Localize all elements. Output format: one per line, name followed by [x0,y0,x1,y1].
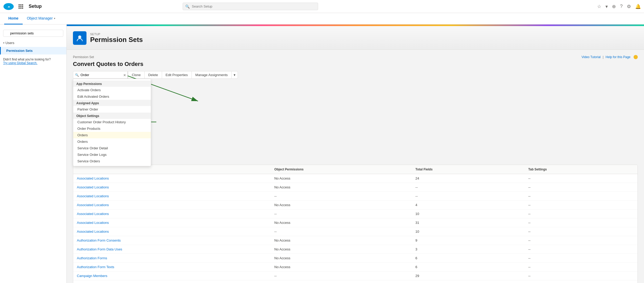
row-name-link[interactable]: Associated Locations [77,212,109,216]
global-search-link[interactable]: Try using Global Search. [3,61,38,65]
row-name-link[interactable]: Associated Locations [77,185,109,189]
page-icon [73,31,86,45]
sidebar-section-users[interactable]: ▾ Users [0,39,66,47]
row-tab-settings-cell: -- [525,174,637,183]
breadcrumb-row: Permission Set Video Tutorial | Help for… [73,55,638,59]
row-name-link[interactable]: Associated Locations [77,203,109,207]
row-obj-perm-cell: -- [271,192,412,201]
row-obj-perm-cell: No Access [271,183,412,192]
clone-button[interactable]: Clone [128,71,145,79]
row-obj-perm-cell: -- [271,272,412,280]
row-name-link[interactable]: Authorization Form Consents [77,238,121,242]
row-tab-settings-cell: -- [525,192,637,201]
table-row: Associated Locations No Access 4 -- [73,201,637,210]
dropdown-item-service-orders[interactable]: Service Orders [73,158,151,164]
row-total-fields-cell: 10 [412,227,525,236]
row-name-cell: Associated Locations [73,227,271,236]
dropdown-item-orders[interactable]: Orders [73,138,151,145]
sidebar-search-container: 🔍 [0,28,66,39]
dropdown-item-customer-order-history[interactable]: Customer Order Product History [73,119,151,125]
sidebar-search-input[interactable] [3,30,63,37]
row-obj-perm-cell: No Access [271,254,412,263]
global-search-input[interactable] [183,3,318,10]
svg-rect-5 [18,6,20,7]
row-name-link[interactable]: Associated Locations [77,176,109,180]
row-total-fields-cell: -- [412,183,525,192]
sidebar: 🔍 ▾ Users Permission Sets Didn't find wh… [0,24,67,283]
svg-rect-6 [20,6,22,7]
notifications-icon[interactable]: 🔔 [635,4,641,9]
favorites-icon[interactable]: ☆ [597,4,601,9]
table-row: Associated Locations No Access 31 -- [73,218,637,227]
row-name-cell: Associated Locations [73,218,271,227]
top-navigation: ☁ Setup 🔍 ☆ ▾ ⊕ ? ⚙ 🔔 [0,0,644,13]
row-name-cell: Campaign Members [73,272,271,280]
row-name-link[interactable]: Authorization Forms [77,256,107,260]
help-indicator [634,55,638,59]
global-search-icon: 🔍 [185,4,190,9]
table-row: Campaigns No Access 37 -- [73,280,637,283]
video-tutorial-link[interactable]: Video Tutorial [581,55,600,59]
delete-button[interactable]: Delete [145,71,162,79]
row-total-fields-cell: 37 [412,280,525,283]
app-launcher-button[interactable] [17,3,24,10]
table-row: Associated Locations No Access 24 -- [73,174,637,183]
dropdown-item-partner-order[interactable]: Partner Order [73,106,151,113]
svg-rect-8 [18,8,20,9]
row-obj-perm-cell: No Access [271,218,412,227]
toolbar-search-clear-icon[interactable]: ✕ [123,73,126,77]
row-name-link[interactable]: Associated Locations [77,194,109,198]
help-icon[interactable]: ? [620,4,623,9]
dropdown-section-object-settings: Object Settings [73,113,151,119]
col-header-obj-perm: Object Permissions [271,165,412,174]
row-name-cell: Associated Locations [73,183,271,192]
toolbar-search-icon: 🔍 [75,73,79,77]
dropdown-item-service-order-logs[interactable]: Service Order Logs [73,151,151,158]
dropdown-item-service-order-detail[interactable]: Service Order Detail [73,145,151,151]
dropdown-item-edit-activated-orders[interactable]: Edit Activated Orders [73,93,151,100]
help-page-link[interactable]: Help for this Page [606,55,630,59]
svg-text:☁: ☁ [8,5,10,8]
favorites-dropdown-icon[interactable]: ▾ [605,4,608,9]
row-name-link[interactable]: Authorization Form Texts [77,265,114,269]
sidebar-item-permission-sets[interactable]: Permission Sets [0,47,66,54]
row-name-link[interactable]: Campaign Members [77,274,107,278]
row-name-link[interactable]: Associated Locations [77,230,109,233]
home-tab[interactable]: Home [4,13,23,24]
row-name-link[interactable]: Authorization Form Data Uses [77,247,122,251]
row-name-cell: Authorization Form Texts [73,263,271,272]
dropdown-item-orders-highlighted[interactable]: Orders [73,132,151,138]
row-obj-perm-cell: No Access [271,263,412,272]
table-row: Associated Locations -- 10 -- [73,210,637,218]
content-area: Permission Set Video Tutorial | Help for… [67,50,644,283]
toolbar-search-input[interactable] [73,71,128,79]
table-row: Authorization Form Data Uses No Access 3… [73,245,637,254]
dropdown-item-order-products[interactable]: Order Products [73,125,151,132]
search-dropdown: App Permissions Activate Orders Edit Act… [73,79,151,166]
row-tab-settings-cell: -- [525,272,637,280]
dropdown-section-app-permissions: App Permissions [73,81,151,87]
row-name-cell: Authorization Forms [73,254,271,263]
manage-assignments-button[interactable]: Manage Assignments [192,71,232,79]
row-name-cell: Associated Locations [73,192,271,201]
breadcrumb: Permission Set [73,55,94,59]
col-header-tab-settings: Tab Settings [525,165,637,174]
dropdown-item-activate-orders[interactable]: Activate Orders [73,87,151,93]
top-nav-actions: ☆ ▾ ⊕ ? ⚙ 🔔 [597,4,641,9]
settings-icon[interactable]: ⚙ [627,4,631,9]
table-row: Authorization Form Consents No Access 9 … [73,236,637,245]
table-row: Authorization Forms No Access 6 -- [73,254,637,263]
row-tab-settings-cell: -- [525,254,637,263]
toolbar-more-dropdown-button[interactable]: ▾ [232,71,238,79]
help-links: Video Tutorial | Help for this Page [581,55,638,59]
salesforce-logo: ☁ [3,3,14,10]
edit-properties-button[interactable]: Edit Properties [162,71,192,79]
row-total-fields-cell: 3 [412,245,525,254]
setup-label: SETUP [90,33,143,36]
row-name-link[interactable]: Associated Locations [77,221,109,225]
table: Object Permissions Total Fields Tab Sett… [73,165,637,283]
row-name-cell: Authorization Form Data Uses [73,245,271,254]
svg-rect-10 [22,8,23,9]
object-manager-tab[interactable]: Object Manager ▾ [23,13,59,24]
quick-actions-icon[interactable]: ⊕ [612,4,616,9]
